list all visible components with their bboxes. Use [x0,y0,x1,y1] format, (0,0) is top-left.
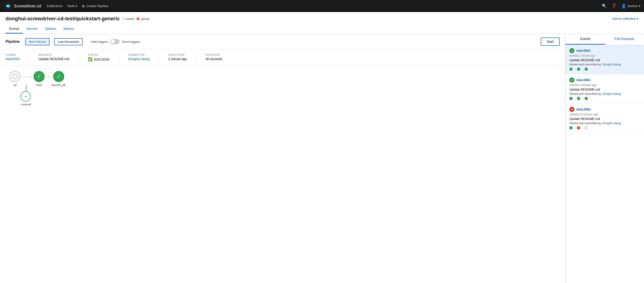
pipeline-dot-1: ✓ [569,68,572,71]
arrow-icon-2: → [581,97,584,100]
second-job-node-circle: ✓ [53,71,64,82]
pipeline-name: donghui-screwdriver-cd-test/quickstart-g… [6,16,120,22]
user-label: donhui [628,4,637,8]
main-node-circle: ✓ [34,71,44,82]
event-message: Update README.md [569,58,640,62]
arrow-icon-1: → [574,97,576,100]
start-date-label: START DATE [168,54,187,56]
logo[interactable]: Screwdriver.cd [4,2,41,10]
status-field: STATUS ✅ SUCCESS [88,54,110,62]
main-content: Pipeline Most Recent Last Successful Hid… [0,34,644,283]
pr-icon [12,74,17,79]
page-header: donghui-screwdriver-cd-test/quickstart-g… [0,12,644,34]
main-node-label: main [36,84,42,87]
search-icon[interactable]: 🔍 [602,4,607,8]
arrow-pr-main: - - → [21,74,32,84]
pipeline-dot-3: ✓ [584,97,588,100]
topnav: Screwdriver.cd Collections Tools ▾ ⊕ Cre… [0,0,644,12]
event-committer: Started and committed by: Donghui Wang [569,92,640,96]
tools-label: Tools [67,4,75,8]
tab-secrets[interactable]: Secrets [23,24,41,34]
commit-arrow-icon: → [23,94,28,100]
logo-text: Screwdriver.cd [14,4,41,8]
branch-name: master [125,17,134,20]
event-message: Update README.md [569,88,640,91]
right-tab-events[interactable]: Events [566,34,605,44]
pipeline-dot-1: ✓ [569,126,572,130]
pipeline-label: Pipeline [6,40,20,44]
user-menu[interactable]: 👤 donhui ▾ [621,4,640,8]
svg-point-1 [7,5,8,7]
add-collection-chevron-icon: ▾ [637,17,638,20]
tools-chevron-icon: ▾ [76,4,77,8]
graph-node-second-job[interactable]: ✓ second_job [52,71,66,87]
message-value: Update README.md [38,57,69,61]
pipeline-dot-3 [584,126,588,130]
event-committer-link[interactable]: Donghui Wang [602,92,621,96]
pipeline-dot-2: ✓ [577,97,580,100]
event-item[interactable]: ✓ #dac5861 Started 4 minutes ago Update … [566,74,644,104]
commit-node-label: ~commit [20,103,31,106]
pr-node-circle [9,71,20,82]
right-tab-pull-requests[interactable]: Pull Requests [605,34,644,44]
page-tabs: Events Secrets Options Metrics [6,24,638,34]
graph-node-pr[interactable]: ~pr [9,71,20,87]
committer-label: COMMITTER [128,54,149,56]
duration-label: DURATION [206,54,222,56]
pipeline-dot-2: ✓ [577,68,580,71]
graph-node-commit[interactable]: → ~commit [20,91,31,106]
hide-triggers-label: Hide triggers [91,40,108,44]
event-committer: Started and committed by: Donghui Wang [569,122,640,125]
graph-row-2: → ~commit [20,91,556,106]
arrow-icon-1: → [574,68,576,70]
source-name: github [141,17,149,20]
event-list: ✓ #dac5861 Started 1 minute ago Update R… [566,45,644,283]
create-pipeline-link[interactable]: ⊕ Create Pipeline [82,4,108,8]
github-icon: 🐙 [136,17,140,20]
status-value: ✅ SUCCESS [88,57,110,62]
tab-metrics[interactable]: Metrics [60,24,78,34]
event-committer-link[interactable]: Donghui Wang [602,122,621,125]
most-recent-button[interactable]: Most Recent [25,38,50,45]
topnav-right: 🔍 ❓ 👤 donhui ▾ [602,4,640,8]
committer-value[interactable]: Donghui Wang [128,57,149,61]
pipeline-graph: ~pr - - → ✓ main → ✓ second_job [0,66,565,112]
show-triggers-label: Show triggers [122,40,140,44]
help-icon[interactable]: ❓ [612,4,616,8]
commit-value[interactable]: #dac5861 [6,57,20,61]
pipeline-controls: Pipeline Most Recent Last Successful Hid… [0,34,565,50]
tab-events[interactable]: Events [6,24,23,34]
right-panel: Events Pull Requests ✓ #dac5861 Started … [566,34,644,283]
plus-icon: ⊕ [82,4,85,8]
start-date-field: START DATE 1 minute ago [168,54,187,61]
pipeline-dot-3: ✓ [584,68,588,71]
triggers-toggle-switch[interactable] [110,39,120,44]
tools-link[interactable]: Tools ▾ [67,4,78,8]
main-check-icon: ✓ [37,74,41,80]
event-item[interactable]: ✕ #dac5861 Started 15 minutes ago Update… [566,104,644,133]
message-field: MESSAGE Update README.md [38,54,69,61]
second-job-check-icon: ✓ [57,74,61,80]
event-committer-link[interactable]: Donghui Wang [602,63,621,66]
arrow-icon-1: → [574,126,576,129]
start-button[interactable]: Start [541,38,560,46]
add-collection-label: Add to collection [612,17,636,20]
event-time: Started 15 minutes ago [569,113,640,116]
graph-connector [9,87,556,91]
event-commit-id: #dac5861 [576,49,591,52]
event-pipeline-status: ✓ → ✓ → ✓ [569,97,640,100]
add-to-collection-button[interactable]: Add to collection ▾ [612,17,638,20]
event-item[interactable]: ✓ #dac5861 Started 1 minute ago Update R… [566,45,644,74]
branch-icon: ⑂ [122,17,124,20]
duration-value: 50 seconds [206,57,222,61]
event-pipeline-status: ✓ → ✓ → ✓ [569,68,640,71]
page-title-meta: ⑂ master 🐙 github [122,17,149,20]
duration-field: DURATION 50 seconds [206,54,222,61]
status-text: SUCCESS [94,58,110,61]
event-committer: Started and committed by: Donghui Wang [569,63,640,66]
graph-node-main[interactable]: ✓ main [34,71,44,87]
last-successful-button[interactable]: Last Successful [54,38,82,45]
tab-options[interactable]: Options [41,24,60,34]
status-check-icon: ✅ [88,57,92,62]
collections-link[interactable]: Collections [47,4,62,8]
